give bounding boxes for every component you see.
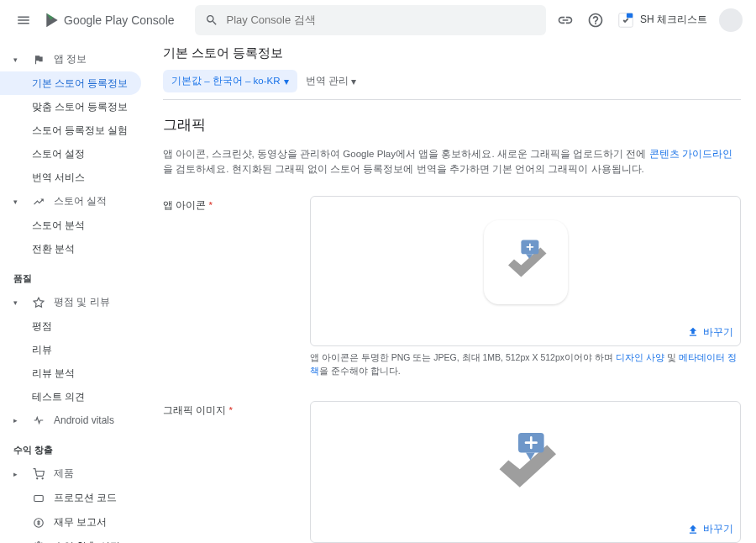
- chevron-down-icon: ▾: [13, 55, 22, 64]
- sidebar-item-translation[interactable]: 번역 서비스: [0, 166, 148, 189]
- chevron-down-icon: ▾: [13, 298, 22, 307]
- menu-icon[interactable]: [13, 10, 34, 30]
- search-input[interactable]: [227, 13, 536, 26]
- sidebar-section-monetize: 수익 창출: [0, 432, 148, 461]
- svg-point-4: [37, 477, 38, 478]
- sidebar-item-promo-codes[interactable]: 프로모션 코드: [0, 486, 148, 510]
- design-spec-link[interactable]: 디자인 사양: [616, 352, 664, 362]
- help-icon[interactable]: [586, 11, 605, 29]
- money-icon: [32, 516, 45, 530]
- sidebar-item-store-settings[interactable]: 스토어 설정: [0, 142, 148, 166]
- svg-rect-6: [34, 495, 44, 501]
- logo-text: Google Play Console: [64, 13, 175, 27]
- chevron-right-icon: ▸: [13, 416, 22, 424]
- change-app-icon-button[interactable]: 바꾸기: [687, 326, 733, 339]
- graphic-image-upload-box[interactable]: 바꾸기: [310, 401, 741, 543]
- sidebar-item-financial-reports[interactable]: 재무 보고서: [0, 510, 148, 535]
- sidebar-item-products[interactable]: ▸ 제품: [0, 461, 148, 486]
- graphic-image-preview: [421, 417, 631, 509]
- translation-management-link[interactable]: 번역 관리 ▾: [306, 75, 356, 87]
- svg-rect-3: [627, 13, 633, 18]
- search-box[interactable]: [195, 5, 546, 35]
- sidebar-item-test-feedback[interactable]: 테스트 의견: [0, 385, 148, 409]
- tag-icon: [32, 492, 45, 505]
- sidebar-item-monetization-setup[interactable]: 수익 창출 설정: [0, 535, 148, 543]
- svg-point-5: [42, 477, 43, 478]
- sidebar-section-quality: 품질: [0, 261, 148, 290]
- star-icon: [32, 296, 45, 309]
- sidebar-item-reviews[interactable]: 리뷰: [0, 338, 148, 361]
- avatar[interactable]: [719, 8, 743, 32]
- main-content: 기본 스토어 등록정보 기본값 – 한국어 – ko-KR ▾ 번역 관리 ▾ …: [148, 40, 756, 543]
- checklist-chip[interactable]: SH 체크리스트: [617, 11, 707, 29]
- sidebar-item-ratings[interactable]: 평점: [0, 314, 148, 338]
- language-chip[interactable]: 기본값 – 한국어 – ko-KR ▾: [163, 70, 297, 92]
- chevron-down-icon: ▾: [13, 198, 22, 206]
- upload-icon: [687, 524, 699, 535]
- sidebar-item-main-store-listing[interactable]: 기본 스토어 등록정보: [0, 71, 141, 95]
- app-icon-help: 앱 아이콘은 투명한 PNG 또는 JPEG, 최대 1MB, 512px X …: [310, 351, 741, 378]
- sidebar-item-app-info[interactable]: ▾ 앱 정보: [0, 47, 148, 71]
- sidebar: ▾ 앱 정보 기본 스토어 등록정보 맞춤 스토어 등록정보 스토어 등록정보 …: [0, 40, 148, 543]
- sidebar-item-store-experiments[interactable]: 스토어 등록정보 실험: [0, 119, 148, 142]
- sidebar-item-store-performance[interactable]: ▾ 스토어 실적: [0, 189, 148, 214]
- sidebar-item-ratings-reviews[interactable]: ▾ 평점 및 리뷰: [0, 290, 148, 314]
- app-icon-preview: [484, 220, 568, 304]
- sidebar-item-custom-store-listing[interactable]: 맞춤 스토어 등록정보: [0, 95, 148, 119]
- change-graphic-image-button[interactable]: 바꾸기: [687, 523, 733, 535]
- search-icon: [205, 13, 218, 27]
- section-title-graphics: 그래픽: [163, 115, 741, 134]
- chevron-down-icon: ▾: [351, 76, 356, 87]
- app-icon-upload-box[interactable]: 바꾸기: [310, 196, 741, 346]
- sidebar-item-conversion-analysis[interactable]: 전환 분석: [0, 237, 148, 261]
- section-description: 앱 아이콘, 스크린샷, 동영상을 관리하여 Google Play에서 앱을 …: [163, 146, 741, 177]
- upload-icon: [687, 326, 699, 338]
- gear-icon: [32, 540, 45, 544]
- sidebar-item-android-vitals[interactable]: ▸ Android vitals: [0, 409, 148, 432]
- sidebar-item-review-analysis[interactable]: 리뷰 분석: [0, 361, 148, 385]
- content-guidelines-link[interactable]: 콘텐츠 가이드라인: [649, 149, 732, 159]
- cart-icon: [32, 467, 45, 481]
- page-title: 기본 스토어 등록정보: [163, 45, 741, 61]
- field-label-app-icon: 앱 아이콘 *: [163, 196, 310, 378]
- vitals-icon: [32, 414, 45, 427]
- checklist-label: SH 체크리스트: [640, 13, 707, 27]
- logo[interactable]: Google Play Console: [44, 12, 175, 29]
- sidebar-item-store-analysis[interactable]: 스토어 분석: [0, 214, 148, 237]
- field-label-graphic-image: 그래픽 이미지 *: [163, 401, 310, 543]
- chevron-right-icon: ▸: [13, 470, 22, 478]
- chevron-down-icon: ▾: [284, 76, 289, 87]
- link-icon[interactable]: [556, 11, 575, 29]
- trending-icon: [32, 195, 45, 208]
- flag-icon: [32, 53, 45, 66]
